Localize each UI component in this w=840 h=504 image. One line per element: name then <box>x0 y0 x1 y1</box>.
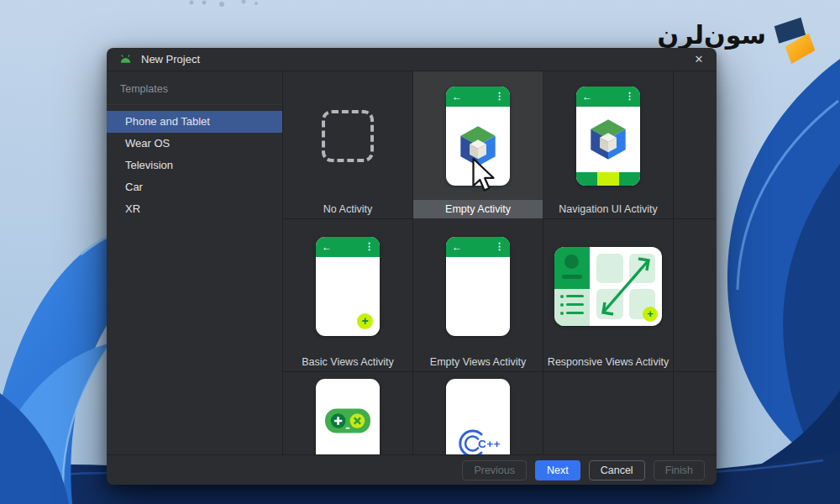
dialog-titlebar: New Project ✕ <box>107 48 717 71</box>
template-card-label: Responsive Views Activity <box>543 353 673 371</box>
phone-mockup <box>316 379 380 454</box>
template-card-responsive-views-activity[interactable]: + Responsive Views Activity <box>543 219 674 372</box>
templates-grid-wrap: No Activity ← ⋮ <box>283 71 717 454</box>
close-icon[interactable]: ✕ <box>689 50 709 69</box>
template-card-label: Basic Views Activity <box>283 353 412 371</box>
grid-filler <box>674 372 717 454</box>
dialog-footer: Previous Next Cancel Finish <box>107 454 717 485</box>
phone-body: + <box>316 257 380 336</box>
phone-bottom-nav <box>576 172 640 186</box>
compose-cube-icon <box>459 125 497 167</box>
list-row <box>560 312 590 315</box>
back-arrow-icon: ← <box>322 242 332 252</box>
template-card-empty-views-activity[interactable]: ← ⋮ Empty Views Activity <box>413 219 543 372</box>
phone-appbar: ← ⋮ <box>576 87 640 107</box>
tablet-profile-block <box>554 247 590 289</box>
templates-sidebar: Templates Phone and Tablet Wear OS Telev… <box>107 71 283 454</box>
template-card-label: Empty Activity <box>413 200 543 218</box>
phone-mockup: ← ⋮ <box>446 87 510 186</box>
dialog-title: New Project <box>141 53 200 66</box>
android-icon <box>119 54 132 65</box>
template-card-basic-views-activity[interactable]: ← ⋮ + Basic Views Activity <box>283 219 413 372</box>
templates-grid: No Activity ← ⋮ <box>283 71 717 454</box>
sidebar-item-television[interactable]: Television <box>107 155 282 176</box>
cpp-logo: C++ <box>455 409 501 454</box>
gamepad-icon <box>324 406 371 436</box>
phone-appbar: ← ⋮ <box>446 237 510 257</box>
empty-activity-thumbnail: ← ⋮ <box>413 71 543 200</box>
fab-plus-icon: + <box>357 313 373 329</box>
template-card-label: Navigation UI Activity <box>543 200 673 218</box>
back-arrow-icon: ← <box>582 92 592 102</box>
navigation-ui-thumbnail: ← ⋮ <box>543 71 673 200</box>
overflow-menu-icon: ⋮ <box>495 242 504 251</box>
back-arrow-icon: ← <box>452 242 462 252</box>
list-row <box>560 295 590 298</box>
phone-appbar: ← ⋮ <box>316 237 380 257</box>
template-card-navigation-ui-activity[interactable]: ← ⋮ <box>543 71 674 219</box>
no-activity-thumbnail <box>283 71 412 200</box>
overflow-menu-icon: ⋮ <box>495 92 504 101</box>
game-activity-thumbnail <box>283 372 412 454</box>
sidebar-item-xr[interactable]: XR <box>107 198 282 220</box>
compose-cube-icon <box>589 118 627 160</box>
sidebar-item-phone-and-tablet[interactable]: Phone and Tablet <box>107 111 282 133</box>
phone-body <box>446 107 510 186</box>
new-project-dialog: New Project ✕ Templates Phone and Tablet… <box>107 48 717 485</box>
phone-mockup: ← ⋮ <box>576 87 640 186</box>
fab-plus-icon: + <box>643 307 658 322</box>
template-card-empty-activity[interactable]: ← ⋮ <box>413 71 543 219</box>
tablet-grid-pane: + <box>590 247 662 326</box>
phone-mockup: C++ <box>446 379 510 454</box>
basic-views-thumbnail: ← ⋮ + <box>283 219 412 353</box>
name-bar <box>562 275 582 279</box>
phone-appbar: ← ⋮ <box>446 87 510 107</box>
overflow-menu-icon: ⋮ <box>625 92 634 101</box>
template-card-native-cpp[interactable]: C++ <box>413 372 543 454</box>
grid-filler <box>674 219 717 372</box>
brand-mark-icon <box>771 15 818 64</box>
nav-segment <box>576 172 597 186</box>
template-card-game-activity[interactable] <box>283 372 413 454</box>
dashed-square-icon <box>322 110 374 162</box>
brand-name: سون‌لرن <box>658 20 766 50</box>
finish-button[interactable]: Finish <box>654 460 705 480</box>
previous-button[interactable]: Previous <box>462 460 527 480</box>
list-row <box>560 303 590 307</box>
template-card-no-activity[interactable]: No Activity <box>283 71 413 219</box>
cpp-logo-text: C++ <box>478 438 501 450</box>
sidebar-item-wear-os[interactable]: Wear OS <box>107 133 282 155</box>
nav-segment <box>619 172 640 186</box>
tablet-mockup: + <box>554 247 662 326</box>
empty-views-thumbnail: ← ⋮ <box>413 219 543 353</box>
tablet-left-pane <box>554 247 590 326</box>
dialog-body: Templates Phone and Tablet Wear OS Telev… <box>107 71 717 454</box>
template-card-label: Empty Views Activity <box>413 353 543 371</box>
nav-segment-active <box>597 172 618 186</box>
phone-body <box>446 257 510 336</box>
tablet-list-block <box>554 289 590 326</box>
grid-empty-cell <box>543 372 674 454</box>
overflow-menu-icon: ⋮ <box>365 242 374 251</box>
phone-body <box>576 107 640 172</box>
native-cpp-thumbnail: C++ <box>413 372 543 454</box>
back-arrow-icon: ← <box>452 92 462 102</box>
sidebar-header: Templates <box>107 71 282 105</box>
phone-mockup: ← ⋮ + <box>316 237 380 336</box>
responsive-views-thumbnail: + <box>543 219 673 353</box>
grid-filler <box>674 71 717 219</box>
template-card-label: No Activity <box>283 200 412 218</box>
avatar-icon <box>564 255 579 269</box>
next-button[interactable]: Next <box>535 460 580 480</box>
sidebar-list: Phone and Tablet Wear OS Television Car … <box>107 105 282 220</box>
phone-mockup: ← ⋮ <box>446 237 510 336</box>
cancel-button[interactable]: Cancel <box>589 460 645 480</box>
sidebar-item-car[interactable]: Car <box>107 176 282 198</box>
